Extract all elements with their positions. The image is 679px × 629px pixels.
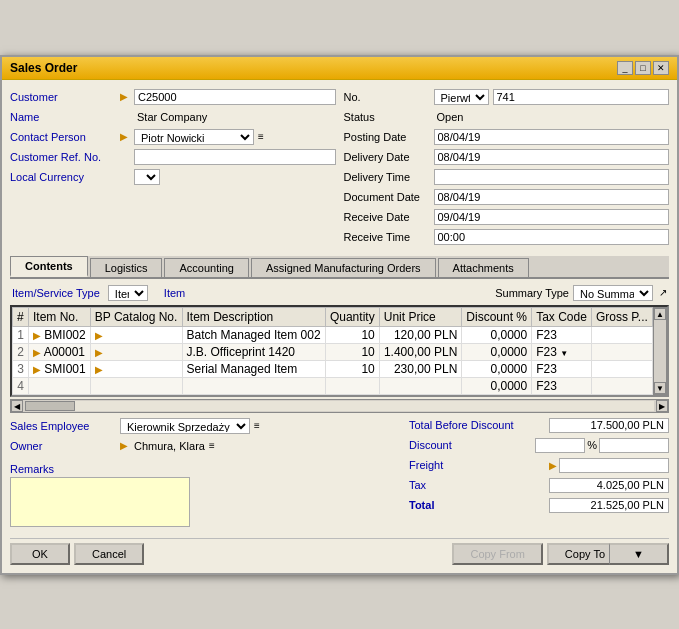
table-row[interactable]: 4 0,0000 F23 <box>13 377 653 394</box>
posting-date-input[interactable] <box>434 129 670 145</box>
cell-bp-catalog[interactable]: ▶ <box>90 326 182 343</box>
copy-to-button[interactable]: Copy To <box>547 543 609 565</box>
receive-date-input[interactable] <box>434 209 670 225</box>
total-label: Total <box>409 499 549 511</box>
scroll-thumb-h[interactable] <box>25 401 75 411</box>
cell-gross-p <box>592 377 653 394</box>
tax-label: Tax <box>409 479 549 491</box>
cell-item-no[interactable]: ▶ BMI002 <box>29 326 91 343</box>
tax-row: Tax <box>409 477 669 494</box>
cell-unit-price[interactable]: 1.400,00 PLN <box>379 343 462 360</box>
document-date-label: Document Date <box>344 191 434 203</box>
cell-item-no[interactable]: ▶ SMI001 <box>29 360 91 377</box>
cell-bp-catalog[interactable]: ▶ <box>90 360 182 377</box>
delivery-date-input[interactable] <box>434 149 670 165</box>
tab-logistics[interactable]: Logistics <box>90 258 163 277</box>
cell-unit-price[interactable]: 120,00 PLN <box>379 326 462 343</box>
no-row: No. Pierwtn <box>344 88 670 106</box>
table-container: # Item No. BP Catalog No. Item Descripti… <box>10 305 669 397</box>
name-value: Star Company <box>134 110 336 124</box>
summary-type-select[interactable]: No Summary <box>573 285 653 301</box>
minimize-button[interactable]: _ <box>617 61 633 75</box>
delivery-time-row: Delivery Time <box>344 168 670 186</box>
table-row[interactable]: 3 ▶ SMI001 ▶ Serial Managed Item 10 230,… <box>13 360 653 377</box>
cell-unit-price[interactable] <box>379 377 462 394</box>
remarks-section: Remarks <box>10 463 401 530</box>
sales-employee-label: Sales Employee <box>10 420 120 432</box>
cancel-button[interactable]: Cancel <box>74 543 144 565</box>
item-service-type-label: Item/Service Type <box>12 287 100 299</box>
scroll-up-button[interactable]: ▲ <box>654 308 666 320</box>
owner-value: Chmura, Klara <box>134 440 205 452</box>
total-before-discount-value[interactable] <box>549 418 669 433</box>
contact-info-icon[interactable]: ≡ <box>258 131 264 142</box>
sales-employee-info-icon[interactable]: ≡ <box>254 420 260 431</box>
cell-discount: 0,0000 <box>462 343 532 360</box>
local-currency-select[interactable] <box>134 169 160 185</box>
no-label: No. <box>344 91 434 103</box>
cell-item-no[interactable]: ▶ A00001 <box>29 343 91 360</box>
cell-discount: 0,0000 <box>462 377 532 394</box>
tax-value[interactable] <box>549 478 669 493</box>
name-row: Name ▶ Star Company <box>10 108 336 126</box>
close-button[interactable]: ✕ <box>653 61 669 75</box>
col-gross-p: Gross P... <box>592 307 653 326</box>
delivery-time-input[interactable] <box>434 169 670 185</box>
cell-bp-catalog[interactable]: ▶ <box>90 343 182 360</box>
scroll-right-button[interactable]: ▶ <box>656 400 668 412</box>
cell-quantity[interactable]: 10 <box>325 343 379 360</box>
horizontal-scrollbar[interactable]: ◀ ▶ <box>10 399 669 413</box>
tab-contents[interactable]: Contents <box>10 256 88 277</box>
table-row[interactable]: 1 ▶ BMI002 ▶ Batch Managed Item 002 10 1… <box>13 326 653 343</box>
copy-to-dropdown[interactable]: ▼ <box>609 543 669 565</box>
owner-row: Owner ▶ Chmura, Klara ≡ <box>10 437 401 455</box>
ref-spacer: ▶ <box>120 151 134 162</box>
cell-quantity[interactable] <box>325 377 379 394</box>
scroll-left-button[interactable]: ◀ <box>11 400 23 412</box>
item-service-type-select[interactable]: Item <box>108 285 148 301</box>
customer-ref-input[interactable] <box>134 149 336 165</box>
tab-manufacturing[interactable]: Assigned Manufacturing Orders <box>251 258 436 277</box>
total-value[interactable] <box>549 498 669 513</box>
freight-arrow-icon[interactable]: ▶ <box>549 460 557 471</box>
freight-input[interactable] <box>559 458 669 473</box>
no-input[interactable] <box>493 89 670 105</box>
receive-date-row: Receive Date <box>344 208 670 226</box>
cell-quantity[interactable]: 10 <box>325 360 379 377</box>
discount-input[interactable] <box>535 438 585 453</box>
summary-label: Summary Type <box>495 287 569 299</box>
customer-input[interactable] <box>134 89 336 105</box>
cell-item-no[interactable] <box>29 377 91 394</box>
receive-time-input[interactable] <box>434 229 670 245</box>
summary-type-section: Summary Type No Summary ↗ <box>495 285 667 301</box>
customer-row: Customer ▶ <box>10 88 336 106</box>
contact-select[interactable]: Piotr Nowicki <box>134 129 254 145</box>
total-row: Total <box>409 497 669 514</box>
remarks-label: Remarks <box>10 463 401 475</box>
table-row[interactable]: 2 ▶ A00001 ▶ J.B. Officeprint 1420 10 1.… <box>13 343 653 360</box>
sales-order-window: Sales Order _ □ ✕ Customer ▶ Name ▶ Star… <box>0 55 679 575</box>
local-currency-label: Local Currency <box>10 171 120 183</box>
cell-discount: 0,0000 <box>462 360 532 377</box>
sales-employee-row: Sales Employee Kierownik Sprzedaży ≡ <box>10 417 401 435</box>
col-unit-price: Unit Price <box>379 307 462 326</box>
tab-attachments[interactable]: Attachments <box>438 258 529 277</box>
sales-employee-select[interactable]: Kierownik Sprzedaży <box>120 418 250 434</box>
document-date-input[interactable] <box>434 189 670 205</box>
tab-accounting[interactable]: Accounting <box>164 258 248 277</box>
cell-unit-price[interactable]: 230,00 PLN <box>379 360 462 377</box>
ok-button[interactable]: OK <box>10 543 70 565</box>
cell-tax-code: F23 <box>532 360 592 377</box>
vertical-scrollbar[interactable]: ▲ ▼ <box>653 307 667 395</box>
cell-bp-catalog[interactable] <box>90 377 182 394</box>
remarks-textarea[interactable] <box>10 477 190 527</box>
discount-amount-input[interactable] <box>599 438 669 453</box>
owner-menu-icon[interactable]: ≡ <box>209 440 215 451</box>
left-fields: Customer ▶ Name ▶ Star Company Contact P… <box>10 88 336 248</box>
maximize-button[interactable]: □ <box>635 61 651 75</box>
expand-icon[interactable]: ↗ <box>659 287 667 298</box>
cell-quantity[interactable]: 10 <box>325 326 379 343</box>
receive-date-label: Receive Date <box>344 211 434 223</box>
scroll-down-button[interactable]: ▼ <box>654 382 666 394</box>
no-type-select[interactable]: Pierwtn <box>434 89 489 105</box>
